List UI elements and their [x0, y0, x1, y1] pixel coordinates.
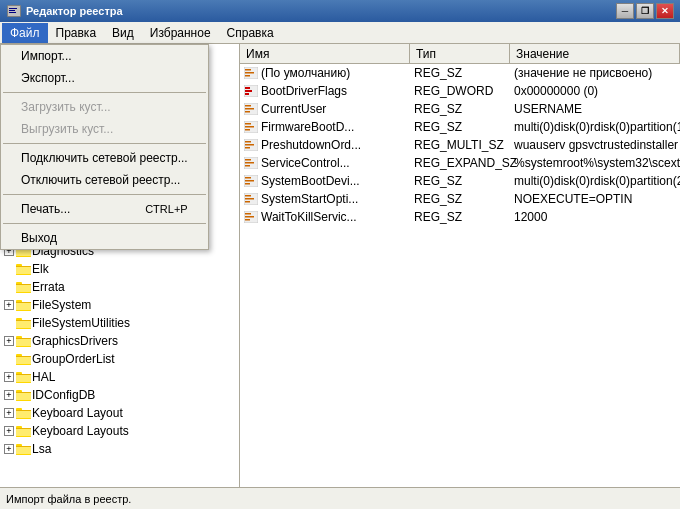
restore-button[interactable]: ❐ [636, 3, 654, 19]
val-name-text: BootDriverFlags [261, 84, 347, 98]
val-name-text: WaitToKillServic... [261, 210, 357, 224]
separator-1 [3, 92, 206, 93]
close-button[interactable]: ✕ [656, 3, 674, 19]
tree-item-idconfigdb[interactable]: + IDConfigDB [0, 386, 239, 404]
col-header-name[interactable]: Имя [240, 44, 410, 63]
svg-rect-136 [16, 428, 31, 429]
svg-rect-152 [245, 105, 251, 107]
tree-item-label: IDConfigDB [32, 388, 95, 402]
value-row-bootdriverflags[interactable]: BootDriverFlagsREG_DWORD0x00000000 (0) [240, 82, 680, 100]
dword-icon [244, 85, 258, 97]
string-icon [244, 121, 258, 133]
value-row-systemstartoption[interactable]: SystemStartOpti...REG_SZNOEXECUTE=OPTIN [240, 190, 680, 208]
menu-item-file[interactable]: Файл [2, 23, 48, 43]
value-row-default[interactable]: (По умолчанию)REG_SZ(значение не присвое… [240, 64, 680, 82]
svg-rect-87 [16, 285, 31, 292]
col-header-value[interactable]: Значение [510, 44, 680, 63]
val-type-cell: REG_SZ [410, 174, 510, 188]
tree-item-label: Keyboard Layout [32, 406, 123, 420]
registry-icon [6, 3, 22, 19]
values-list[interactable]: (По умолчанию)REG_SZ(значение не присвое… [240, 64, 680, 487]
tree-item-grouporderlist[interactable]: GroupOrderList [0, 350, 239, 368]
expand-icon[interactable]: + [4, 444, 14, 454]
string-icon [244, 211, 258, 223]
col-header-type[interactable]: Тип [410, 44, 510, 63]
tree-item-graphicsdrivers[interactable]: + GraphicsDrivers [0, 332, 239, 350]
string-icon [244, 67, 258, 79]
val-name-cell: SystemStartOpti... [240, 192, 410, 206]
tree-item-hal[interactable]: + HAL [0, 368, 239, 386]
folder-icon [16, 406, 32, 420]
tree-item-keyboardlayouts[interactable]: + Keyboard Layouts [0, 422, 239, 440]
expand-icon[interactable]: + [4, 372, 14, 382]
svg-rect-81 [16, 267, 31, 274]
tree-item-errata[interactable]: Errata [0, 278, 239, 296]
val-name-text: FirmwareBootD... [261, 120, 354, 134]
value-row-systembootdevi[interactable]: SystemBootDevi...REG_SZmulti(0)disk(0)rd… [240, 172, 680, 190]
expand-icon[interactable]: + [4, 300, 14, 310]
menu-exit[interactable]: Выход [1, 227, 208, 249]
val-name-text: ServiceControl... [261, 156, 350, 170]
val-type-cell: REG_SZ [410, 192, 510, 206]
folder-icon [16, 334, 32, 348]
val-type-cell: REG_MULTI_SZ [410, 138, 510, 152]
value-row-preshutdownord[interactable]: PreshutdownOrd...REG_MULTI_SZwuauserv gp… [240, 136, 680, 154]
val-value-cell: 0x00000000 (0) [510, 84, 680, 98]
val-name-cell: FirmwareBootD... [240, 120, 410, 134]
value-row-firmwarebootd[interactable]: FirmwareBootD...REG_SZmulti(0)disk(0)rdi… [240, 118, 680, 136]
expand-icon[interactable]: + [4, 390, 14, 400]
menu-disconnect-registry[interactable]: Отключить сетевой реестр... [1, 169, 208, 191]
menu-load-hive[interactable]: Загрузить куст... [1, 96, 208, 118]
tree-item-elk[interactable]: Elk [0, 260, 239, 278]
val-name-text: CurrentUser [261, 102, 326, 116]
menu-connect-registry[interactable]: Подключить сетевой реестр... [1, 147, 208, 169]
svg-rect-129 [16, 411, 31, 418]
svg-rect-75 [16, 249, 31, 256]
value-row-waitkillservice[interactable]: WaitToKillServic...REG_SZ12000 [240, 208, 680, 226]
svg-rect-145 [245, 72, 254, 74]
svg-rect-3 [9, 10, 15, 11]
svg-rect-154 [245, 111, 250, 113]
menu-item-view[interactable]: Вид [104, 23, 142, 43]
val-name-cell: WaitToKillServic... [240, 210, 410, 224]
connect-reg-label: Подключить сетевой реестр... [21, 151, 188, 165]
value-row-currentuser[interactable]: CurrentUserREG_SZUSERNAME [240, 100, 680, 118]
val-name-text: SystemStartOpti... [261, 192, 358, 206]
val-name-text: SystemBootDevi... [261, 174, 360, 188]
expand-icon[interactable]: + [4, 408, 14, 418]
disconnect-reg-label: Отключить сетевой реестр... [21, 173, 180, 187]
menu-view-label: Вид [112, 26, 134, 40]
menu-unload-hive[interactable]: Выгрузить куст... [1, 118, 208, 140]
val-name-text: (По умолчанию) [261, 66, 350, 80]
expand-icon [4, 318, 14, 328]
val-name-text: PreshutdownOrd... [261, 138, 361, 152]
svg-rect-105 [16, 339, 31, 346]
expand-icon[interactable]: + [4, 426, 14, 436]
folder-icon [16, 424, 32, 438]
menu-item-help[interactable]: Справка [219, 23, 282, 43]
value-row-servicecontrol[interactable]: ServiceControl...REG_EXPAND_SZ%systemroo… [240, 154, 680, 172]
menu-item-edit[interactable]: Правка [48, 23, 105, 43]
menu-item-favorites[interactable]: Избранное [142, 23, 219, 43]
tree-item-filesystem[interactable]: + FileSystem [0, 296, 239, 314]
minimize-button[interactable]: ─ [616, 3, 634, 19]
exit-label: Выход [21, 231, 57, 245]
title-bar-buttons: ─ ❐ ✕ [616, 3, 674, 19]
val-type-cell: REG_SZ [410, 102, 510, 116]
menu-export[interactable]: Экспорт... [1, 67, 208, 89]
menu-print[interactable]: Печать... CTRL+P [1, 198, 208, 220]
tree-item-label: GroupOrderList [32, 352, 115, 366]
svg-rect-157 [245, 126, 254, 128]
menu-import[interactable]: Импорт... [1, 45, 208, 67]
tree-item-label: FileSystemUtilities [32, 316, 130, 330]
svg-rect-142 [16, 446, 31, 447]
svg-rect-149 [245, 90, 252, 92]
tree-item-lsa[interactable]: + Lsa [0, 440, 239, 458]
values-pane: Имя Тип Значение (По умолчанию)REG_SZ(зн… [240, 44, 680, 487]
expand-icon[interactable]: + [4, 336, 14, 346]
unload-hive-label: Выгрузить куст... [21, 122, 113, 136]
tree-item-filesystemutil[interactable]: FileSystemUtilities [0, 314, 239, 332]
svg-rect-172 [245, 195, 251, 197]
tree-item-label: FileSystem [32, 298, 91, 312]
tree-item-keyboardlayout[interactable]: + Keyboard Layout [0, 404, 239, 422]
